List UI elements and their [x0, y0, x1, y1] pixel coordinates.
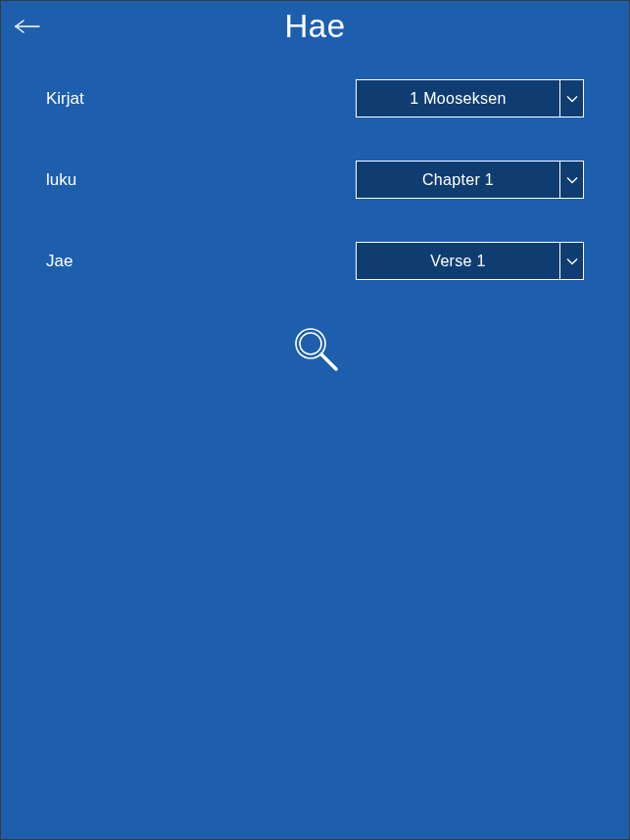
label-chapter: luku — [46, 170, 76, 190]
select-books[interactable]: 1 Mooseksen — [356, 79, 584, 117]
header: Hae — [1, 1, 629, 52]
back-button[interactable] — [13, 15, 42, 38]
search-icon — [290, 323, 341, 374]
chevron-down-icon — [559, 80, 583, 117]
select-verse-value: Verse 1 — [357, 243, 559, 279]
select-verse[interactable]: Verse 1 — [356, 242, 584, 280]
label-verse: Jae — [46, 252, 73, 271]
back-arrow-icon — [14, 20, 41, 33]
page-title: Hae — [284, 8, 345, 45]
row-verse: Jae Verse 1 — [46, 242, 584, 280]
chevron-down-icon — [559, 243, 583, 279]
row-chapter: luku Chapter 1 — [46, 161, 584, 199]
svg-line-1 — [16, 21, 24, 26]
search-form: Kirjat 1 Mooseksen luku Chapter 1 Jae Ve… — [1, 52, 629, 374]
svg-line-2 — [16, 26, 24, 32]
search-button[interactable] — [46, 323, 584, 374]
svg-line-5 — [321, 354, 336, 369]
svg-point-4 — [300, 333, 321, 354]
select-chapter[interactable]: Chapter 1 — [356, 161, 584, 199]
row-books: Kirjat 1 Mooseksen — [46, 79, 584, 117]
select-chapter-value: Chapter 1 — [357, 162, 559, 198]
chevron-down-icon — [559, 162, 583, 198]
select-books-value: 1 Mooseksen — [357, 80, 559, 117]
label-books: Kirjat — [46, 89, 84, 109]
